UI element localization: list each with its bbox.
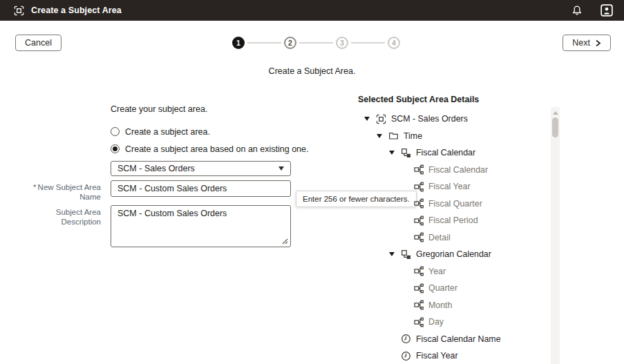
tree-item[interactable]: Fiscal Calendar bbox=[358, 144, 550, 162]
step-2[interactable]: 2 bbox=[284, 37, 296, 49]
clock-icon bbox=[401, 334, 416, 344]
wizard-stepper: 1234 bbox=[232, 37, 400, 49]
tree-scrollbar[interactable] bbox=[551, 107, 560, 364]
next-button[interactable]: Next bbox=[562, 35, 611, 51]
tree-item[interactable]: Quarter bbox=[358, 280, 550, 297]
hierarchy-icon bbox=[401, 249, 416, 260]
tree-item-label: Fiscal Calendar bbox=[428, 165, 488, 175]
clock-icon bbox=[401, 351, 416, 361]
resize-handle-icon[interactable] bbox=[281, 238, 288, 245]
tree-item[interactable]: Fiscal Calendar Name bbox=[358, 331, 550, 348]
expand-arrow-icon[interactable] bbox=[377, 134, 388, 138]
chevron-right-icon bbox=[595, 39, 601, 47]
radio-icon bbox=[111, 127, 120, 136]
scroll-up-arrow-icon[interactable] bbox=[553, 111, 558, 115]
cancel-button[interactable]: Cancel bbox=[15, 35, 62, 51]
tree-item-label: Day bbox=[428, 317, 444, 327]
tree-item[interactable]: Fiscal Calendar bbox=[358, 162, 550, 179]
source-subject-area-value: SCM - Sales Orders bbox=[117, 164, 195, 173]
subject-area-description-textarea[interactable]: SCM - Custom Sales Orders bbox=[111, 205, 291, 247]
hierarchy-icon bbox=[401, 148, 416, 158]
step-3[interactable]: 3 bbox=[336, 37, 348, 49]
tree-item-label: Gregorian Calendar bbox=[416, 249, 491, 259]
tree-item[interactable]: Day bbox=[358, 314, 550, 331]
radio-option-1[interactable]: Create a subject area. bbox=[111, 123, 308, 140]
scrollbar-thumb[interactable] bbox=[552, 117, 558, 137]
tree-item-label: Time bbox=[404, 131, 422, 141]
name-input-value: SCM - Custom Sales Orders bbox=[117, 184, 227, 193]
level-icon bbox=[413, 182, 428, 192]
tree-item-label: SCM - Sales Orders bbox=[391, 114, 468, 124]
tree-item[interactable]: SCM - Sales Orders bbox=[358, 111, 550, 128]
description-field-label: Subject Area Description bbox=[28, 207, 101, 227]
title-bar: Create a Subject Area bbox=[0, 0, 624, 21]
level-icon bbox=[413, 283, 428, 294]
expand-arrow-icon[interactable] bbox=[389, 151, 401, 155]
tree-item[interactable]: Fiscal Period bbox=[358, 212, 550, 229]
tree-item-label: Fiscal Calendar Name bbox=[416, 334, 501, 344]
step-connector bbox=[247, 42, 281, 44]
tree-panel-title: Selected Subject Area Details bbox=[358, 95, 479, 104]
tree-item-label: Fiscal Quarter bbox=[428, 199, 482, 209]
tree-item-label: Detail bbox=[428, 233, 451, 242]
tree-item-label: Quarter bbox=[428, 283, 457, 293]
tree-item[interactable]: Detail bbox=[358, 229, 550, 247]
bell-icon[interactable] bbox=[571, 5, 583, 16]
step-4[interactable]: 4 bbox=[388, 37, 400, 49]
user-avatar-icon[interactable] bbox=[601, 4, 613, 17]
description-value: SCM - Custom Sales Orders bbox=[117, 209, 227, 218]
subject-area-icon bbox=[14, 6, 24, 16]
form-heading: Create your subject area. bbox=[111, 104, 207, 114]
chevron-down-icon bbox=[278, 166, 284, 171]
tree-item[interactable]: Fiscal Year bbox=[358, 178, 550, 195]
tree-item-label: Month bbox=[428, 300, 452, 310]
level-icon bbox=[413, 317, 428, 327]
radio-label: Create a subject area based on an existi… bbox=[125, 144, 308, 154]
wizard-subtitle: Create a Subject Area. bbox=[0, 66, 624, 76]
next-button-label: Next bbox=[572, 38, 590, 48]
subject-area-icon bbox=[376, 114, 391, 124]
level-icon bbox=[413, 232, 428, 242]
tree-item[interactable]: Gregorian Calendar bbox=[358, 246, 550, 263]
tree-item[interactable]: Fiscal Quarter bbox=[358, 195, 550, 213]
source-subject-area-select[interactable]: SCM - Sales Orders bbox=[111, 161, 291, 176]
step-1[interactable]: 1 bbox=[232, 37, 245, 49]
tree-item[interactable]: Month bbox=[358, 297, 550, 314]
radio-label: Create a subject area. bbox=[125, 127, 210, 137]
level-icon bbox=[413, 300, 428, 310]
tree-item-label: Fiscal Calendar bbox=[416, 148, 475, 157]
level-icon bbox=[413, 215, 428, 226]
tree-item-label: Fiscal Year bbox=[428, 182, 471, 191]
name-field-label: *New Subject Area Name bbox=[28, 182, 101, 202]
tree-item-label: Year bbox=[428, 267, 446, 276]
step-connector bbox=[351, 42, 385, 44]
tree-item-label: Fiscal Year bbox=[416, 351, 458, 361]
tree-item[interactable]: Time bbox=[358, 128, 550, 145]
level-icon bbox=[413, 164, 428, 175]
level-icon bbox=[413, 266, 428, 276]
subject-area-tree: SCM - Sales Orders Time Fiscal Calendar … bbox=[358, 111, 550, 364]
step-connector bbox=[299, 42, 333, 44]
folder-icon bbox=[388, 131, 404, 141]
expand-arrow-icon[interactable] bbox=[389, 252, 401, 256]
tree-item[interactable]: Fiscal Year bbox=[358, 347, 550, 364]
required-asterisk: * bbox=[33, 183, 36, 191]
page-title: Create a Subject Area bbox=[31, 6, 122, 15]
level-icon bbox=[413, 198, 428, 209]
tree-item[interactable]: Year bbox=[358, 263, 550, 280]
radio-option-2[interactable]: Create a subject area based on an existi… bbox=[111, 140, 308, 157]
expand-arrow-icon[interactable] bbox=[364, 117, 376, 121]
new-subject-area-name-input[interactable]: SCM - Custom Sales Orders bbox=[111, 180, 291, 197]
tree-item-label: Fiscal Period bbox=[428, 215, 478, 225]
radio-group: Create a subject area. Create a subject … bbox=[111, 123, 308, 157]
radio-icon bbox=[111, 144, 120, 153]
